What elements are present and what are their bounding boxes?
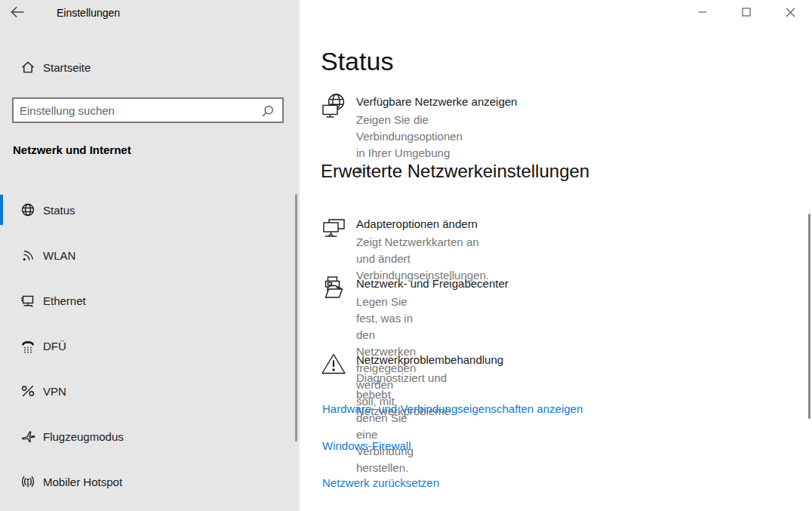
- globe-icon: [20, 202, 35, 217]
- close-icon: [786, 8, 795, 17]
- network-reset-link[interactable]: Netzwerk zurücksetzen: [322, 476, 439, 489]
- airplane-icon: [20, 429, 35, 444]
- minimize-button[interactable]: [681, 0, 724, 24]
- selected-accent-bar: [0, 195, 3, 225]
- sharing-center-icon: [320, 274, 348, 301]
- vpn-icon: [20, 383, 35, 399]
- wifi-icon: [20, 248, 35, 263]
- sidebar-item-label: Ethernet: [43, 294, 86, 307]
- close-button[interactable]: [768, 0, 812, 24]
- maximize-icon: [742, 8, 751, 17]
- sidebar-item-mobiler-hotspot[interactable]: Mobiler Hotspot: [0, 466, 300, 497]
- item-title: Verfügbare Netzwerke anzeigen: [356, 95, 517, 108]
- app-title: Einstellungen: [57, 7, 120, 19]
- sidebar-item-label: Status: [43, 204, 75, 217]
- hotspot-icon: [20, 474, 35, 489]
- sidebar-item-ethernet[interactable]: Ethernet: [0, 285, 300, 316]
- main-scrollbar[interactable]: [808, 214, 810, 419]
- sidebar-scrollbar[interactable]: [295, 194, 297, 442]
- search-icon: [260, 104, 275, 119]
- warning-icon: [320, 350, 348, 377]
- item-title: Adapteroptionen ändern: [356, 217, 478, 230]
- settings-sidebar: Einstellungen Startseite Netzwerk und In…: [0, 0, 300, 511]
- back-button[interactable]: [9, 5, 27, 20]
- sidebar-item-vpn[interactable]: VPN: [0, 376, 300, 406]
- sidebar-item-label: Startseite: [43, 61, 91, 74]
- network-adapter-icon: [320, 214, 348, 242]
- ethernet-icon: [20, 293, 35, 308]
- sidebar-item-label: WLAN: [43, 249, 75, 262]
- hardware-connection-properties-link[interactable]: Hardware- und Verbindungseigenschaften a…: [322, 402, 583, 415]
- titlebar: Einstellungen: [0, 0, 300, 24]
- settings-search-box[interactable]: [12, 97, 284, 123]
- sidebar-item-label: DFÜ: [43, 340, 66, 352]
- sidebar-item-wlan[interactable]: WLAN: [0, 240, 300, 270]
- home-icon: [20, 60, 35, 75]
- sidebar-item-flugzeugmodus[interactable]: Flugzeugmodus: [0, 421, 300, 451]
- sidebar-item-label: Mobiler Hotspot: [43, 476, 122, 488]
- back-arrow-icon: [9, 5, 27, 20]
- dialup-icon: [20, 338, 35, 353]
- page-title: Status: [321, 47, 393, 76]
- globe-monitor-icon: [320, 92, 348, 121]
- item-title: Netzwerkproblembehandlung: [356, 353, 503, 366]
- sidebar-section-header: Netzwerk und Internet: [13, 143, 131, 156]
- item-title: Netzwerk- und Freigabecenter: [356, 277, 509, 290]
- main-content: Status Verfügbare Netzwerke anzeigen Zei…: [300, 0, 812, 511]
- sidebar-item-label: VPN: [43, 385, 66, 398]
- window-controls: [681, 0, 812, 24]
- section-heading: Erweiterte Netzwerkeinstellungen: [321, 161, 589, 182]
- windows-firewall-link[interactable]: Windows-Firewall: [322, 439, 411, 452]
- maximize-button[interactable]: [724, 0, 768, 24]
- search-input[interactable]: [14, 104, 282, 117]
- sidebar-item-dfue[interactable]: DFÜ: [0, 331, 300, 361]
- sidebar-item-label: Flugzeugmodus: [43, 430, 124, 443]
- sidebar-item-status[interactable]: Status: [0, 195, 300, 225]
- minimize-icon: [698, 8, 707, 17]
- sidebar-item-startseite[interactable]: Startseite: [0, 54, 300, 80]
